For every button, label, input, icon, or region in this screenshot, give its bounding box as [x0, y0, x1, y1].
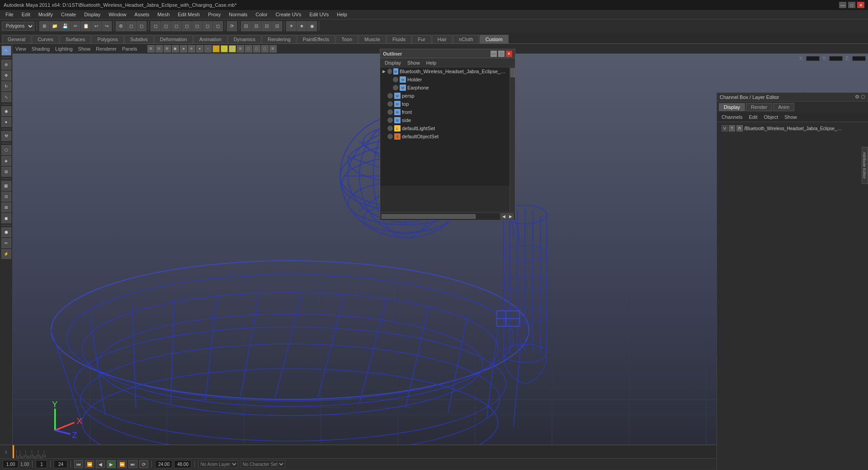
outliner-tree[interactable]: ▶MBluetooth_Wireless_Headset_Jabra_Eclip…	[380, 67, 509, 186]
row-vis-side[interactable]	[387, 118, 393, 123]
outliner-scrollbar[interactable]	[509, 67, 515, 212]
vp-icon-2[interactable]: ⊟	[156, 45, 163, 52]
vp-icon-9[interactable]: ☀	[212, 45, 220, 52]
tb-btn-24[interactable]: ⊡	[262, 21, 272, 31]
row-vis-earphone[interactable]	[393, 85, 398, 90]
vp-icon-5[interactable]: ◈	[180, 45, 187, 52]
select-tool[interactable]: ↖	[1, 46, 11, 56]
vp-icon-14[interactable]: ◻	[253, 45, 260, 52]
attribute-editor-tab[interactable]: Attribute Editor	[862, 147, 868, 184]
tb-btn-2[interactable]: 💾	[60, 21, 70, 31]
tab-animation[interactable]: Animation	[193, 35, 227, 43]
tab-curves[interactable]: Curves	[32, 35, 59, 43]
vp-icon-3[interactable]: ⊠	[164, 45, 171, 52]
cb-settings-icon[interactable]: ⚙	[855, 94, 859, 100]
cb-tab-render[interactable]: Render	[746, 103, 772, 111]
vp-icon-15[interactable]: ◻	[261, 45, 269, 52]
tb-btn-3[interactable]: ✂	[71, 21, 80, 31]
outliner-row-earphone[interactable]: MEarphone	[380, 84, 509, 92]
tab-painteffects[interactable]: PaintEffects	[297, 35, 335, 43]
viewport-menu-view[interactable]: View	[15, 46, 26, 52]
viewport-menu-lighting[interactable]: Lighting	[55, 46, 73, 52]
vp-icon-10[interactable]: ★	[221, 45, 228, 52]
lasso-tool[interactable]: ⊕	[1, 60, 11, 70]
close-button[interactable]: ✕	[857, 2, 864, 8]
tb-btn-29[interactable]: ◉	[307, 21, 317, 31]
scrollbar-thumb[interactable]	[510, 68, 515, 77]
tb-btn-25[interactable]: ⊡	[272, 21, 282, 31]
tool-a1[interactable]: ⬡	[1, 145, 11, 155]
viewport-menu-renderer[interactable]: Renderer	[96, 46, 117, 52]
outliner-row-front[interactable]: Mfront	[380, 108, 509, 116]
tab-fluids[interactable]: Fluids	[387, 35, 411, 43]
menu-item-proxy[interactable]: Proxy	[204, 10, 224, 19]
tab-dynamics[interactable]: Dynamics	[228, 35, 261, 43]
tb-btn-5[interactable]: ↩	[91, 21, 101, 31]
menu-item-mesh[interactable]: Mesh	[154, 10, 173, 19]
menu-item-normals[interactable]: Normals	[225, 10, 251, 19]
tb-btn-20[interactable]: ⟳	[227, 21, 237, 31]
tb-btn-0[interactable]: ⊞	[39, 21, 49, 31]
tab-fur[interactable]: Fur	[412, 35, 431, 43]
vp-icon-12[interactable]: ⊞	[237, 45, 244, 52]
vp-icon-11[interactable]: ◉	[229, 45, 236, 52]
next-key-btn[interactable]: ⏩	[118, 460, 127, 468]
scroll-left-btn[interactable]: ◀	[500, 213, 507, 220]
tab-muscle[interactable]: Muscle	[359, 35, 386, 43]
minimize-button[interactable]: —	[839, 2, 846, 8]
tool-c2[interactable]: ✏	[1, 238, 11, 248]
menu-item-window[interactable]: Window	[105, 10, 130, 19]
mode-select[interactable]: Polygons	[2, 22, 34, 31]
tick-9[interactable]: 10	[23, 445, 28, 458]
tab-surfaces[interactable]: Surfaces	[60, 35, 91, 43]
cb-tab-anim[interactable]: Anim	[773, 103, 794, 111]
tool-a3[interactable]: ⊞	[1, 167, 11, 177]
tool-c3[interactable]: ⚡	[1, 249, 11, 259]
tab-rendering[interactable]: Rendering	[262, 35, 297, 43]
tool-a2[interactable]: ◈	[1, 156, 11, 166]
tb-btn-27[interactable]: ☀	[286, 21, 296, 31]
anim-start-field[interactable]	[155, 460, 172, 468]
cb-tab-display[interactable]: Display	[719, 103, 745, 111]
go-start-btn[interactable]: ⏮	[74, 460, 83, 468]
frame-step-field[interactable]	[36, 460, 47, 468]
tab-general[interactable]: General	[2, 35, 31, 43]
outliner-close[interactable]: ✕	[506, 51, 512, 57]
menu-item-edit[interactable]: Edit	[18, 10, 34, 19]
cb-menu-show[interactable]: Show	[782, 113, 800, 121]
outliner-menu-show[interactable]: Show	[405, 59, 423, 66]
vp-icon-16[interactable]: ⊞	[269, 45, 277, 52]
menu-item-help[interactable]: Help	[333, 10, 351, 19]
row-vis-root[interactable]	[387, 69, 392, 74]
vp-icon-1[interactable]: ⊞	[147, 45, 155, 52]
row-vis-defaultLightSet[interactable]	[387, 126, 393, 131]
tool-c1[interactable]: ⬟	[1, 227, 11, 237]
menu-item-color[interactable]: Color	[252, 10, 271, 19]
tab-toon[interactable]: Toon	[335, 35, 358, 43]
row-vis-front[interactable]	[387, 109, 393, 115]
outliner-row-defaultObjectSet[interactable]: SdefaultObjectSet	[380, 132, 509, 141]
tab-subdivs[interactable]: Subdivs	[124, 35, 154, 43]
current-frame-field[interactable]	[3, 460, 19, 468]
show-manip[interactable]: ⚒	[1, 131, 11, 141]
vp-icon-8[interactable]: ○	[204, 45, 212, 52]
move-tool[interactable]: ✥	[1, 70, 11, 80]
menu-item-edit-uvs[interactable]: Edit UVs	[306, 10, 332, 19]
menu-item-modify[interactable]: Modify	[35, 10, 57, 19]
tab-deformation[interactable]: Deformation	[154, 35, 193, 43]
outliner-row-defaultLightSet[interactable]: LdefaultLightSet	[380, 124, 509, 132]
tab-custom[interactable]: Custom	[480, 35, 509, 43]
tb-btn-13[interactable]: ◻	[161, 21, 171, 31]
range-end-field[interactable]	[54, 460, 67, 468]
tool-b2[interactable]: ⊟	[1, 192, 11, 202]
tick-19[interactable]: 20	[36, 445, 40, 458]
menu-item-file[interactable]: File	[2, 10, 17, 19]
vp-icon-7[interactable]: ●	[196, 45, 203, 52]
tb-btn-1[interactable]: 📁	[50, 21, 60, 31]
tb-btn-23[interactable]: ⊡	[251, 21, 261, 31]
tb-btn-6[interactable]: ↪	[102, 21, 112, 31]
viewport-menu-shading[interactable]: Shading	[32, 46, 50, 52]
rotate-tool[interactable]: ↻	[1, 81, 11, 91]
row-vis-holder[interactable]	[393, 77, 398, 82]
tb-btn-22[interactable]: ⊡	[241, 21, 251, 31]
